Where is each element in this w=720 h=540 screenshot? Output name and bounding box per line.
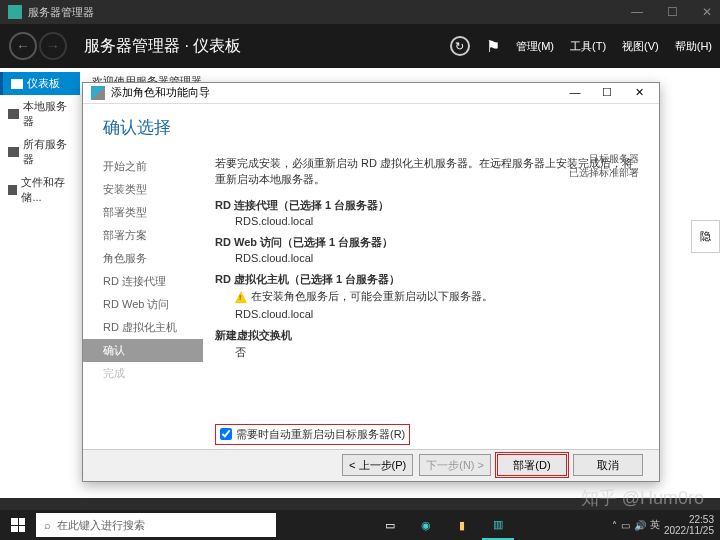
header-title: 服务器管理器 · 仪表板 bbox=[84, 36, 450, 57]
menu-help[interactable]: 帮助(H) bbox=[675, 39, 712, 54]
taskbar: ⌕ 在此键入进行搜索 ▭ ◉ ▮ ▥ ˄ ▭ 🔊 英 22:53 2022/11… bbox=[0, 510, 720, 540]
server-manager-icon[interactable]: ▥ bbox=[482, 510, 514, 540]
warning-icon bbox=[235, 291, 247, 303]
nav-deploy-type[interactable]: 部署类型 bbox=[83, 201, 203, 224]
task-view-icon[interactable]: ▭ bbox=[374, 510, 406, 540]
nav-before[interactable]: 开始之前 bbox=[83, 155, 203, 178]
dialog-nav: 开始之前 安装类型 部署类型 部署方案 角色服务 RD 连接代理 RD Web … bbox=[83, 151, 203, 449]
nav-install-type[interactable]: 安装类型 bbox=[83, 178, 203, 201]
main-titlebar: 服务器管理器 — ☐ ✕ bbox=[0, 0, 720, 24]
auto-restart-checkbox[interactable]: 需要时自动重新启动目标服务器(R) bbox=[215, 424, 410, 445]
windows-icon bbox=[11, 518, 25, 532]
nav-rd-web[interactable]: RD Web 访问 bbox=[83, 293, 203, 316]
dialog-title: 添加角色和功能向导 bbox=[111, 85, 563, 100]
section-broker-label: RD 连接代理（已选择 1 台服务器） bbox=[215, 198, 643, 213]
nav-confirm[interactable]: 确认 bbox=[83, 339, 203, 362]
section-virt-warn: 在安装角色服务后，可能会重新启动以下服务器。 bbox=[235, 289, 643, 304]
server-icon bbox=[8, 109, 19, 119]
system-tray: ˄ ▭ 🔊 英 22:53 2022/11/25 bbox=[612, 514, 720, 536]
cancel-button[interactable]: 取消 bbox=[573, 454, 643, 476]
section-virt-label: RD 虚拟化主机（已选择 1 台服务器） bbox=[215, 272, 643, 287]
nav-rd-broker[interactable]: RD 连接代理 bbox=[83, 270, 203, 293]
menu-view[interactable]: 视图(V) bbox=[622, 39, 659, 54]
dialog-target-info: 目标服务器 已选择标准部署 bbox=[569, 152, 639, 180]
tray-volume-icon[interactable]: 🔊 bbox=[634, 520, 646, 531]
sidebar-item-storage[interactable]: 文件和存储... bbox=[0, 171, 80, 209]
tray-clock[interactable]: 22:53 2022/11/25 bbox=[664, 514, 714, 536]
dialog-main: 若要完成安装，必须重新启动 RD 虚拟化主机服务器。在远程服务器上安装完成后，将… bbox=[203, 151, 659, 449]
dialog-titlebar: 添加角色和功能向导 — ☐ ✕ bbox=[83, 83, 659, 104]
storage-icon bbox=[8, 185, 17, 195]
start-button[interactable] bbox=[0, 510, 36, 540]
maximize-button[interactable]: ☐ bbox=[667, 5, 678, 19]
deploy-button[interactable]: 部署(D) bbox=[497, 454, 567, 476]
dialog-minimize[interactable]: — bbox=[563, 84, 587, 101]
tray-lang[interactable]: 英 bbox=[650, 518, 660, 532]
section-virt-value: RDS.cloud.local bbox=[235, 308, 643, 320]
section-broker-value: RDS.cloud.local bbox=[235, 215, 643, 227]
back-button[interactable]: ← bbox=[9, 32, 37, 60]
servers-icon bbox=[8, 147, 19, 157]
menu-tools[interactable]: 工具(T) bbox=[570, 39, 606, 54]
auto-restart-input[interactable] bbox=[220, 428, 232, 440]
refresh-icon[interactable]: ↻ bbox=[450, 36, 470, 56]
dialog-main-title: 确认选择 bbox=[103, 116, 639, 139]
nav-rd-virt[interactable]: RD 虚拟化主机 bbox=[83, 316, 203, 339]
nav-role-svc[interactable]: 角色服务 bbox=[83, 247, 203, 270]
close-button[interactable]: ✕ bbox=[702, 5, 712, 19]
nav-deploy-plan[interactable]: 部署方案 bbox=[83, 224, 203, 247]
sidebar-item-dashboard[interactable]: 仪表板 bbox=[0, 72, 80, 95]
forward-button[interactable]: → bbox=[39, 32, 67, 60]
menu-manage[interactable]: 管理(M) bbox=[516, 39, 555, 54]
section-web-label: RD Web 访问（已选择 1 台服务器） bbox=[215, 235, 643, 250]
dialog-footer: < 上一步(P) 下一步(N) > 部署(D) 取消 bbox=[83, 449, 659, 481]
sidebar-item-local[interactable]: 本地服务器 bbox=[0, 95, 80, 133]
explorer-icon[interactable]: ▮ bbox=[446, 510, 478, 540]
wizard-dialog: 添加角色和功能向导 — ☐ ✕ 确认选择 目标服务器 已选择标准部署 开始之前 … bbox=[82, 82, 660, 482]
tray-chevron[interactable]: ˄ bbox=[612, 520, 617, 531]
section-web-value: RDS.cloud.local bbox=[235, 252, 643, 264]
nav-done: 完成 bbox=[83, 362, 203, 385]
dashboard-icon bbox=[11, 79, 23, 89]
sidebar-item-all[interactable]: 所有服务器 bbox=[0, 133, 80, 171]
edge-icon[interactable]: ◉ bbox=[410, 510, 442, 540]
header-bar: ← → 服务器管理器 · 仪表板 ↻ ⚑ 管理(M) 工具(T) 视图(V) 帮… bbox=[0, 24, 720, 68]
sidebar: 仪表板 本地服务器 所有服务器 文件和存储... bbox=[0, 68, 80, 498]
hide-panel-button[interactable]: 隐 bbox=[691, 220, 720, 253]
flag-icon[interactable]: ⚑ bbox=[486, 37, 500, 56]
dialog-icon bbox=[91, 86, 105, 100]
prev-button[interactable]: < 上一步(P) bbox=[342, 454, 413, 476]
section-switch-value: 否 bbox=[235, 345, 643, 360]
app-title: 服务器管理器 bbox=[28, 5, 631, 20]
minimize-button[interactable]: — bbox=[631, 5, 643, 19]
dialog-maximize[interactable]: ☐ bbox=[595, 84, 619, 101]
tray-network-icon[interactable]: ▭ bbox=[621, 520, 630, 531]
taskbar-search[interactable]: ⌕ 在此键入进行搜索 bbox=[36, 513, 276, 537]
next-button: 下一步(N) > bbox=[419, 454, 491, 476]
search-icon: ⌕ bbox=[44, 519, 51, 531]
section-switch-label: 新建虚拟交换机 bbox=[215, 328, 643, 343]
app-icon bbox=[8, 5, 22, 19]
dialog-close[interactable]: ✕ bbox=[627, 84, 651, 101]
